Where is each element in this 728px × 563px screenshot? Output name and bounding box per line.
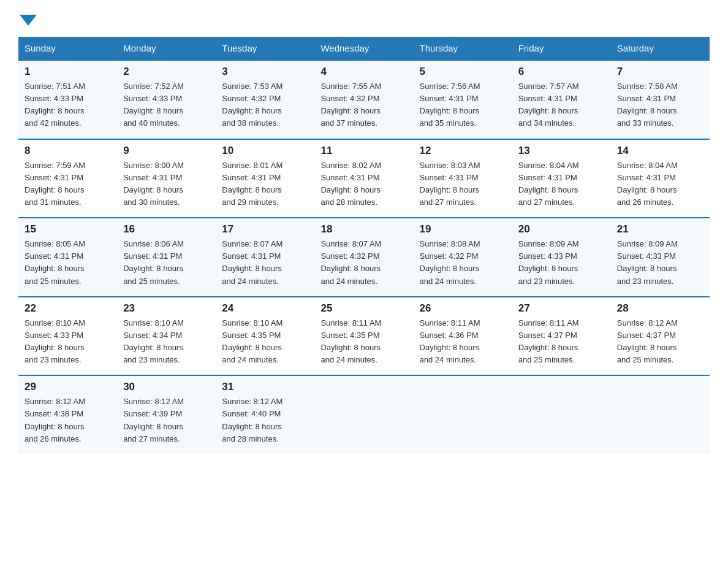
day-number: 7 <box>617 66 703 78</box>
calendar-cell: 6 Sunrise: 7:57 AMSunset: 4:31 PMDayligh… <box>512 60 611 139</box>
day-number: 18 <box>320 223 407 236</box>
calendar-cell: 19 Sunrise: 8:08 AMSunset: 4:32 PMDaylig… <box>414 218 512 297</box>
header-sunday: Sunday <box>18 37 117 60</box>
calendar-cell: 18 Sunrise: 8:07 AMSunset: 4:32 PMDaylig… <box>314 218 413 297</box>
calendar-cell: 17 Sunrise: 8:07 AMSunset: 4:31 PMDaylig… <box>216 218 314 297</box>
day-number: 30 <box>123 381 210 393</box>
calendar-cell: 5 Sunrise: 7:56 AMSunset: 4:31 PMDayligh… <box>414 60 512 139</box>
calendar-cell: 26 Sunrise: 8:11 AMSunset: 4:36 PMDaylig… <box>414 297 512 376</box>
day-number: 22 <box>25 302 111 315</box>
calendar-cell: 28 Sunrise: 8:12 AMSunset: 4:37 PMDaylig… <box>611 297 710 376</box>
day-info: Sunrise: 8:08 AMSunset: 4:32 PMDaylight:… <box>420 239 480 285</box>
calendar-cell: 31 Sunrise: 8:12 AMSunset: 4:40 PMDaylig… <box>216 375 314 454</box>
day-info: Sunrise: 8:11 AMSunset: 4:37 PMDaylight:… <box>518 318 579 364</box>
calendar-week-row: 1 Sunrise: 7:51 AMSunset: 4:33 PMDayligh… <box>18 60 710 139</box>
day-number: 16 <box>123 223 210 236</box>
day-number: 13 <box>518 145 605 157</box>
day-info: Sunrise: 8:12 AMSunset: 4:38 PMDaylight:… <box>25 397 85 443</box>
calendar-cell: 14 Sunrise: 8:04 AMSunset: 4:31 PMDaylig… <box>611 139 710 218</box>
day-number: 3 <box>222 66 308 78</box>
calendar-cell: 9 Sunrise: 8:00 AMSunset: 4:31 PMDayligh… <box>117 139 216 218</box>
calendar-cell: 11 Sunrise: 8:02 AMSunset: 4:31 PMDaylig… <box>314 139 413 218</box>
day-info: Sunrise: 8:01 AMSunset: 4:31 PMDaylight:… <box>222 161 282 207</box>
day-number: 9 <box>123 145 210 157</box>
calendar-cell: 15 Sunrise: 8:05 AMSunset: 4:31 PMDaylig… <box>18 218 117 297</box>
calendar-week-row: 22 Sunrise: 8:10 AMSunset: 4:33 PMDaylig… <box>18 297 710 376</box>
calendar-week-row: 15 Sunrise: 8:05 AMSunset: 4:31 PMDaylig… <box>18 218 710 297</box>
day-number: 11 <box>320 145 407 157</box>
day-number: 20 <box>518 223 605 236</box>
header-tuesday: Tuesday <box>216 37 314 60</box>
day-info: Sunrise: 7:53 AMSunset: 4:32 PMDaylight:… <box>222 82 282 128</box>
day-info: Sunrise: 8:10 AMSunset: 4:33 PMDaylight:… <box>25 318 85 364</box>
day-info: Sunrise: 8:12 AMSunset: 4:40 PMDaylight:… <box>222 397 282 443</box>
header-saturday: Saturday <box>611 37 710 60</box>
day-info: Sunrise: 8:09 AMSunset: 4:33 PMDaylight:… <box>617 239 678 285</box>
day-info: Sunrise: 8:10 AMSunset: 4:34 PMDaylight:… <box>123 318 184 364</box>
day-number: 21 <box>617 223 703 236</box>
day-info: Sunrise: 7:59 AMSunset: 4:31 PMDaylight:… <box>25 161 85 207</box>
day-info: Sunrise: 8:07 AMSunset: 4:32 PMDaylight:… <box>320 239 381 285</box>
calendar-cell: 29 Sunrise: 8:12 AMSunset: 4:38 PMDaylig… <box>18 375 117 454</box>
day-number: 10 <box>222 145 308 157</box>
day-info: Sunrise: 8:00 AMSunset: 4:31 PMDaylight:… <box>123 161 184 207</box>
day-number: 2 <box>123 66 210 78</box>
day-info: Sunrise: 7:55 AMSunset: 4:32 PMDaylight:… <box>320 82 381 128</box>
day-info: Sunrise: 8:03 AMSunset: 4:31 PMDaylight:… <box>420 161 480 207</box>
day-number: 19 <box>420 223 506 236</box>
day-info: Sunrise: 7:57 AMSunset: 4:31 PMDaylight:… <box>518 82 579 128</box>
day-info: Sunrise: 8:05 AMSunset: 4:31 PMDaylight:… <box>25 239 85 285</box>
calendar-cell <box>611 375 710 454</box>
day-number: 29 <box>25 381 111 393</box>
calendar-cell: 8 Sunrise: 7:59 AMSunset: 4:31 PMDayligh… <box>18 139 117 218</box>
calendar-header-row: SundayMondayTuesdayWednesdayThursdayFrid… <box>18 37 710 60</box>
day-info: Sunrise: 7:56 AMSunset: 4:31 PMDaylight:… <box>420 82 480 128</box>
calendar-cell: 12 Sunrise: 8:03 AMSunset: 4:31 PMDaylig… <box>414 139 512 218</box>
day-number: 4 <box>320 66 407 78</box>
day-info: Sunrise: 8:11 AMSunset: 4:35 PMDaylight:… <box>320 318 381 364</box>
header-wednesday: Wednesday <box>314 37 413 60</box>
day-info: Sunrise: 8:11 AMSunset: 4:36 PMDaylight:… <box>420 318 480 364</box>
day-info: Sunrise: 8:12 AMSunset: 4:37 PMDaylight:… <box>617 318 678 364</box>
day-number: 23 <box>123 302 210 315</box>
day-number: 6 <box>518 66 605 78</box>
calendar-cell: 1 Sunrise: 7:51 AMSunset: 4:33 PMDayligh… <box>18 60 117 139</box>
day-info: Sunrise: 8:07 AMSunset: 4:31 PMDaylight:… <box>222 239 282 285</box>
day-number: 17 <box>222 223 308 236</box>
day-info: Sunrise: 7:52 AMSunset: 4:33 PMDaylight:… <box>123 82 184 128</box>
calendar-cell: 3 Sunrise: 7:53 AMSunset: 4:32 PMDayligh… <box>216 60 314 139</box>
day-info: Sunrise: 8:09 AMSunset: 4:33 PMDaylight:… <box>518 239 579 285</box>
calendar-cell: 20 Sunrise: 8:09 AMSunset: 4:33 PMDaylig… <box>512 218 611 297</box>
calendar-cell: 4 Sunrise: 7:55 AMSunset: 4:32 PMDayligh… <box>314 60 413 139</box>
calendar-cell: 7 Sunrise: 7:58 AMSunset: 4:31 PMDayligh… <box>611 60 710 139</box>
calendar-cell: 21 Sunrise: 8:09 AMSunset: 4:33 PMDaylig… <box>611 218 710 297</box>
calendar-table: SundayMondayTuesdayWednesdayThursdayFrid… <box>18 37 710 454</box>
day-info: Sunrise: 8:10 AMSunset: 4:35 PMDaylight:… <box>222 318 282 364</box>
day-number: 12 <box>420 145 506 157</box>
day-info: Sunrise: 8:04 AMSunset: 4:31 PMDaylight:… <box>617 161 678 207</box>
calendar-cell: 22 Sunrise: 8:10 AMSunset: 4:33 PMDaylig… <box>18 297 117 376</box>
logo <box>18 12 37 25</box>
day-info: Sunrise: 8:12 AMSunset: 4:39 PMDaylight:… <box>123 397 184 443</box>
calendar-cell <box>414 375 512 454</box>
day-info: Sunrise: 8:06 AMSunset: 4:31 PMDaylight:… <box>123 239 184 285</box>
calendar-cell <box>314 375 413 454</box>
day-info: Sunrise: 7:58 AMSunset: 4:31 PMDaylight:… <box>617 82 678 128</box>
logo-arrow-icon <box>20 15 37 26</box>
day-number: 27 <box>518 302 605 315</box>
day-number: 1 <box>25 66 111 78</box>
day-number: 5 <box>420 66 506 78</box>
day-number: 28 <box>617 302 703 315</box>
day-info: Sunrise: 8:02 AMSunset: 4:31 PMDaylight:… <box>320 161 381 207</box>
day-number: 14 <box>617 145 703 157</box>
calendar-cell: 27 Sunrise: 8:11 AMSunset: 4:37 PMDaylig… <box>512 297 611 376</box>
page-header <box>18 12 710 25</box>
calendar-week-row: 29 Sunrise: 8:12 AMSunset: 4:38 PMDaylig… <box>18 375 710 454</box>
header-monday: Monday <box>117 37 216 60</box>
day-number: 25 <box>320 302 407 315</box>
day-info: Sunrise: 7:51 AMSunset: 4:33 PMDaylight:… <box>25 82 85 128</box>
calendar-cell: 13 Sunrise: 8:04 AMSunset: 4:31 PMDaylig… <box>512 139 611 218</box>
day-info: Sunrise: 8:04 AMSunset: 4:31 PMDaylight:… <box>518 161 579 207</box>
calendar-cell <box>512 375 611 454</box>
calendar-week-row: 8 Sunrise: 7:59 AMSunset: 4:31 PMDayligh… <box>18 139 710 218</box>
